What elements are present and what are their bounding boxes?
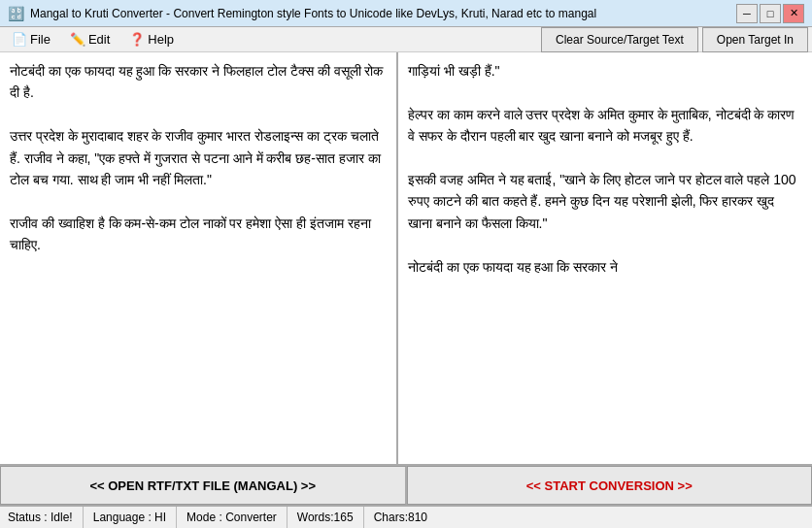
title-bar-controls: ─ □ ✕	[736, 4, 804, 23]
open-target-button[interactable]: Open Target In	[702, 27, 808, 52]
file-label: File	[30, 32, 51, 47]
menu-file[interactable]: 📄 File	[4, 30, 58, 49]
menu-bar: 📄 File ✏️ Edit ❓ Help Clear Source/Targe…	[0, 27, 812, 52]
target-text-wrapper: गाड़ियां भी खड़ी हैं." हेल्पर का काम करन…	[398, 52, 812, 464]
chars-text: Chars:810	[374, 511, 427, 524]
menu-help[interactable]: ❓ Help	[121, 30, 182, 49]
source-text-area[interactable]: नोटबंदी का एक फायदा यह हुआ कि सरकार ने फ…	[0, 52, 396, 464]
open-file-button[interactable]: << OPEN RTF/TXT FILE (MANGAL) >>	[0, 466, 407, 505]
title-bar-left: 🔡 Mangal to Kruti Converter - Convert Re…	[8, 6, 596, 21]
minimize-button[interactable]: ─	[736, 4, 758, 23]
maximize-button[interactable]: □	[760, 4, 781, 23]
status-language: Language : HI	[84, 507, 177, 528]
title-bar: 🔡 Mangal to Kruti Converter - Convert Re…	[0, 0, 812, 27]
start-conversion-button[interactable]: << START CONVERSION >>	[407, 466, 813, 505]
title-bar-title: Mangal to Kruti Converter - Convert Remi…	[30, 7, 596, 20]
menu-edit[interactable]: ✏️ Edit	[62, 30, 118, 49]
edit-icon: ✏️	[70, 32, 85, 47]
language-text: Language : HI	[93, 511, 166, 524]
right-pane: गाड़ियां भी खड़ी हैं." हेल्पर का काम करन…	[398, 52, 812, 464]
clear-button[interactable]: Clear Source/Target Text	[541, 27, 698, 52]
words-text: Words:165	[297, 511, 354, 524]
source-text-wrapper: नोटबंदी का एक फायदा यह हुआ कि सरकार ने फ…	[0, 52, 396, 464]
main-content: नोटबंदी का एक फायदा यह हुआ कि सरकार ने फ…	[0, 52, 812, 464]
status-chars: Chars:810	[364, 507, 437, 528]
status-bar: Status : Idle! Language : HI Mode : Conv…	[0, 505, 812, 528]
app-icon: 🔡	[8, 6, 24, 21]
status-idle: Status : Idle!	[8, 507, 84, 528]
left-pane: नोटबंदी का एक फायदा यह हुआ कि सरकार ने फ…	[0, 52, 398, 464]
status-words: Words:165	[288, 507, 364, 528]
bottom-action-bar: << OPEN RTF/TXT FILE (MANGAL) >> << STAR…	[0, 464, 812, 505]
help-icon: ❓	[129, 32, 145, 47]
status-text: Status : Idle!	[8, 511, 73, 524]
status-mode: Mode : Converter	[177, 507, 288, 528]
file-icon: 📄	[12, 32, 27, 47]
edit-label: Edit	[88, 32, 110, 47]
mode-text: Mode : Converter	[186, 511, 277, 524]
close-button[interactable]: ✕	[783, 4, 804, 23]
target-text-area[interactable]: गाड़ियां भी खड़ी हैं." हेल्पर का काम करन…	[398, 52, 812, 464]
help-label: Help	[148, 32, 174, 47]
